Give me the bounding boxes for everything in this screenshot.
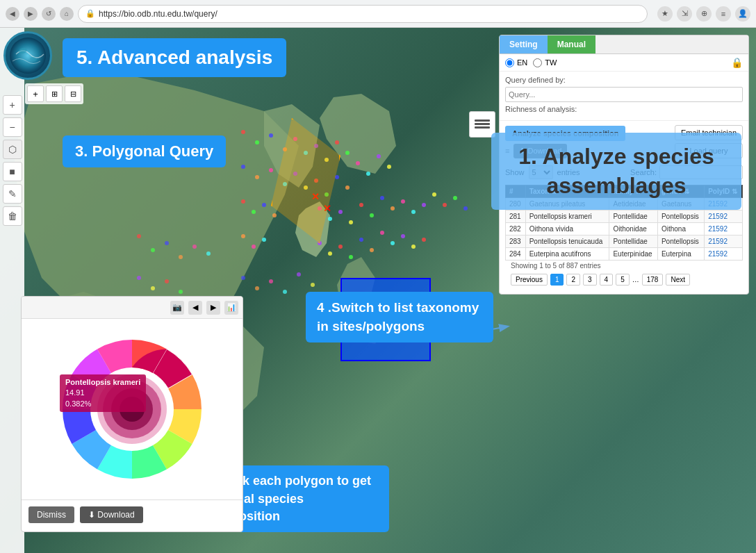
tooltip-value: 14.91 bbox=[65, 388, 140, 398]
svg-point-42 bbox=[463, 206, 468, 211]
svg-point-2 bbox=[269, 133, 273, 138]
query-label: Query defined by: bbox=[505, 76, 743, 84]
add-button[interactable]: + bbox=[27, 85, 44, 102]
delete-tool-button[interactable]: 🗑 bbox=[3, 206, 22, 226]
svg-point-39 bbox=[432, 192, 436, 197]
right-panel-body: Query defined by: Richness of analysis: bbox=[500, 72, 748, 120]
cell-family: Pontellidae bbox=[609, 236, 658, 248]
pie-download-button[interactable]: ⬇ Download bbox=[80, 506, 143, 523]
browser-chrome: ◀ ▶ ↺ ⌂ 🔒 https://bio.odb.ntu.edu.tw/que… bbox=[0, 0, 756, 28]
svg-rect-79 bbox=[475, 123, 490, 125]
svg-point-10 bbox=[241, 165, 245, 169]
url-text: https://bio.odb.ntu.edu.tw/query/ bbox=[99, 9, 217, 19]
main-content: ✕ ✕ + − ⬡ ■ ✎ 🗑 bbox=[0, 28, 756, 553]
cell-taxon: Euterpina acutifrons bbox=[525, 248, 609, 261]
cell-polyid[interactable]: 21592 bbox=[705, 211, 743, 223]
tab-manual[interactable]: Manual bbox=[548, 35, 595, 53]
pagination-2[interactable]: 2 bbox=[566, 274, 580, 286]
cell-polyid[interactable]: 21592 bbox=[705, 223, 743, 236]
cell-genus: Pontellopsis bbox=[657, 236, 704, 248]
lang-tw-radio[interactable] bbox=[533, 58, 542, 67]
svg-point-24 bbox=[241, 199, 245, 204]
svg-point-70 bbox=[255, 286, 259, 290]
svg-point-45 bbox=[262, 238, 266, 242]
zoom-out-button[interactable]: − bbox=[3, 117, 22, 137]
edit-tool-button[interactable]: ✎ bbox=[3, 184, 22, 204]
cell-num: 282 bbox=[506, 223, 526, 236]
pagination-3[interactable]: 3 bbox=[583, 274, 597, 286]
svg-point-68 bbox=[179, 290, 183, 294]
richness-label: Richness of analysis: bbox=[505, 105, 743, 113]
svg-point-8 bbox=[335, 140, 339, 145]
pie-right-icon[interactable]: ▶ bbox=[206, 301, 220, 315]
pie-chart-icon[interactable]: 📊 bbox=[224, 301, 238, 315]
svg-point-61 bbox=[165, 241, 169, 245]
query-input[interactable] bbox=[505, 87, 743, 102]
svg-point-62 bbox=[179, 255, 183, 259]
svg-point-12 bbox=[269, 168, 273, 172]
browser-icon-1[interactable]: ★ bbox=[657, 6, 673, 22]
svg-point-52 bbox=[380, 231, 384, 235]
lang-en-radio[interactable] bbox=[505, 58, 514, 67]
map-toolbar-row: + ⊞ ⊟ bbox=[25, 83, 83, 104]
svg-point-41 bbox=[453, 196, 457, 200]
address-bar[interactable]: 🔒 https://bio.odb.ntu.edu.tw/query/ bbox=[78, 5, 648, 23]
cell-family: Euterpinidae bbox=[609, 248, 658, 261]
browser-icon-5[interactable]: 👤 bbox=[735, 6, 750, 22]
lang-en-label: EN bbox=[517, 58, 527, 67]
cell-polyid[interactable]: 21592 bbox=[705, 248, 743, 261]
pagination-1[interactable]: 1 bbox=[550, 274, 564, 286]
rectangle-tool-button[interactable]: ■ bbox=[3, 162, 22, 181]
tooltip-species: Pontellopsis krameri bbox=[65, 377, 140, 388]
cell-polyid[interactable]: 21592 bbox=[705, 236, 743, 248]
svg-point-66 bbox=[151, 286, 155, 290]
svg-point-34 bbox=[380, 196, 384, 200]
browser-icon-3[interactable]: ⊕ bbox=[696, 6, 712, 22]
nav-home-button[interactable]: ⌂ bbox=[60, 7, 74, 21]
nav-forward-button[interactable]: ▶ bbox=[24, 7, 38, 21]
svg-point-32 bbox=[359, 203, 363, 207]
analyze-annotation: 1. Analyze species assemblages bbox=[491, 133, 741, 210]
table-row: 282 Oithona vivida Oithonidae Oithona 21… bbox=[506, 223, 743, 236]
cell-genus: Euterpina bbox=[657, 248, 704, 261]
polygon-tool-button[interactable]: ⬡ bbox=[3, 140, 22, 159]
pagination-next[interactable]: Next bbox=[666, 274, 690, 286]
pagination-5[interactable]: 5 bbox=[616, 274, 630, 286]
svg-point-23 bbox=[387, 165, 391, 169]
dismiss-button[interactable]: Dismiss bbox=[28, 506, 74, 523]
browser-icon-4[interactable]: ≡ bbox=[716, 6, 731, 22]
annotation-4: 4 .Switch to list taxonomy in sites/poly… bbox=[306, 292, 493, 342]
cell-num: 284 bbox=[506, 248, 526, 261]
nav-back-button[interactable]: ◀ bbox=[6, 7, 19, 21]
svg-point-53 bbox=[391, 241, 395, 245]
lock-panel-icon: 🔒 bbox=[731, 57, 743, 68]
svg-point-75 bbox=[10, 38, 46, 74]
svg-point-55 bbox=[411, 245, 416, 249]
browser-icon-2[interactable]: ⇲ bbox=[677, 6, 692, 22]
right-panel-tabs: Setting Manual bbox=[500, 35, 748, 54]
pagination-178[interactable]: 178 bbox=[642, 274, 664, 286]
lock-icon: 🔒 bbox=[85, 9, 95, 18]
cell-num: 283 bbox=[506, 236, 526, 248]
analyze-text: 1. Analyze species assemblages bbox=[518, 144, 714, 198]
svg-point-67 bbox=[165, 279, 169, 283]
pie-left-icon[interactable]: ◀ bbox=[188, 301, 202, 315]
pagination-previous[interactable]: Previous bbox=[511, 274, 548, 286]
svg-point-35 bbox=[391, 206, 395, 211]
pie-tooltip: Pontellopsis krameri 14.91 0.382% bbox=[60, 374, 146, 412]
svg-point-49 bbox=[349, 255, 353, 259]
tab-setting[interactable]: Setting bbox=[500, 35, 548, 53]
pie-camera-icon[interactable]: 📷 bbox=[170, 301, 184, 315]
svg-point-50 bbox=[359, 238, 363, 242]
grid-button[interactable]: ⊞ bbox=[46, 85, 63, 102]
svg-point-63 bbox=[192, 245, 197, 249]
svg-point-65 bbox=[137, 276, 141, 280]
svg-point-71 bbox=[269, 279, 273, 283]
svg-point-47 bbox=[328, 251, 332, 256]
compare-button[interactable]: ⊟ bbox=[65, 85, 81, 102]
pie-panel-footer: Dismiss ⬇ Download bbox=[22, 500, 243, 529]
lang-tw-group: TW bbox=[533, 58, 557, 67]
pagination-4[interactable]: 4 bbox=[600, 274, 614, 286]
nav-reload-button[interactable]: ↺ bbox=[42, 7, 56, 21]
title-annotation: 5. Advanced analysis bbox=[63, 38, 286, 77]
